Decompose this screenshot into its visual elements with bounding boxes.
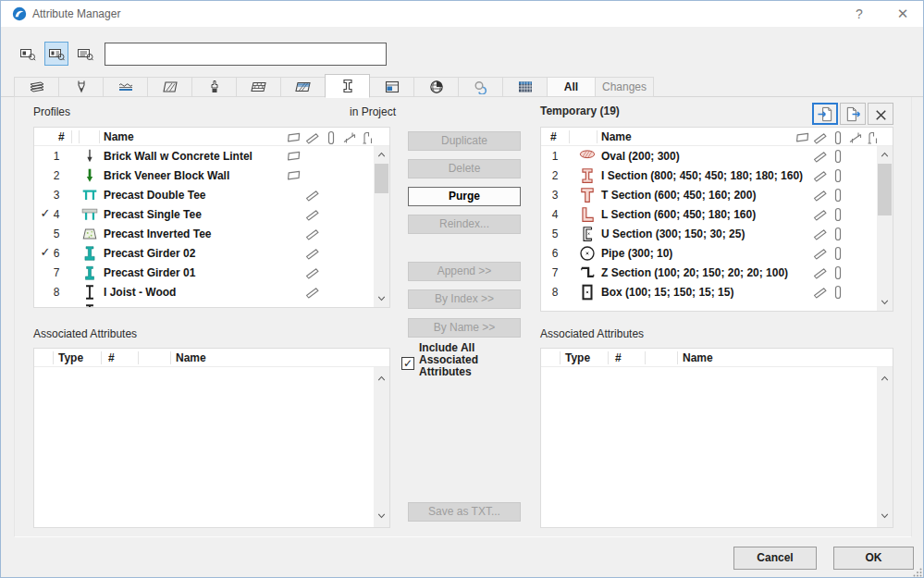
tab-line-types[interactable] — [103, 77, 148, 97]
profile-row[interactable]: 1Brick Wall w Concrete Lintel — [34, 146, 374, 166]
tab-mep-systems[interactable] — [502, 77, 548, 97]
scroll-down-icon[interactable] — [376, 292, 388, 304]
help-button[interactable]: ? — [844, 1, 875, 27]
tab-composites[interactable] — [236, 77, 281, 97]
tab-fills[interactable] — [147, 77, 192, 97]
tab-surfaces[interactable] — [191, 77, 237, 97]
scroll-thumb[interactable] — [375, 164, 388, 193]
filter-by-index-and-name-button[interactable] — [44, 42, 68, 66]
column-icon — [831, 154, 845, 166]
temporary-row[interactable]: 5U Section (300; 150; 30; 25) — [541, 224, 877, 243]
profile-row[interactable]: ✓4Precast Single Tee — [34, 204, 374, 224]
scroll-down-icon[interactable] — [376, 510, 388, 522]
profiles-list-header: # Name — [34, 128, 389, 146]
beam-icon — [813, 192, 828, 205]
cancel-button[interactable]: Cancel — [733, 547, 817, 570]
filter-by-index-button[interactable] — [16, 42, 40, 66]
close-button[interactable]: ✕ — [887, 1, 918, 27]
scroll-up-icon[interactable] — [879, 373, 891, 385]
line-types-icon — [117, 80, 135, 94]
fills-icon — [161, 80, 179, 94]
row-number: 8 — [45, 286, 68, 299]
beam-usage — [305, 227, 320, 240]
tab-cities[interactable] — [413, 77, 459, 97]
row-profile-preview — [81, 148, 98, 164]
delete-button[interactable]: Delete — [408, 159, 521, 178]
left-assoc-title: Associated Attributes — [33, 327, 137, 340]
temporary-row[interactable]: 8Box (100; 15; 150; 15; 15) — [541, 282, 877, 301]
row-profile-preview — [579, 264, 596, 280]
tab-all[interactable]: All — [547, 77, 596, 97]
find-index-icon — [19, 46, 37, 62]
row-profile-preview — [579, 226, 596, 241]
tab-changes[interactable]: Changes — [595, 77, 654, 97]
row-profile-preview — [579, 148, 596, 164]
column-usage — [324, 130, 339, 144]
wall-icon — [287, 173, 302, 186]
temporary-row[interactable]: 3T Section (600; 450; 160; 200) — [541, 185, 877, 204]
reindex-button[interactable]: Reindex... — [408, 215, 521, 234]
profile-row[interactable]: 2Brick Veneer Block Wall — [34, 166, 374, 185]
beam-usage — [813, 227, 828, 240]
tab-zones[interactable] — [369, 77, 414, 97]
box-icon — [579, 290, 596, 303]
open-attribute-file-button[interactable] — [812, 103, 838, 125]
include-all-checkbox[interactable]: ✓ — [401, 357, 414, 370]
ok-button[interactable]: OK — [833, 547, 914, 570]
right-assoc-table: Type # Name — [540, 348, 893, 528]
purge-button[interactable]: Purge — [408, 187, 521, 206]
tab-profiles[interactable] — [325, 74, 370, 98]
tab-building-materials[interactable] — [280, 77, 326, 97]
profile-row[interactable]: 5Precast Inverted Tee — [34, 224, 374, 243]
scroll-up-icon[interactable] — [376, 149, 388, 161]
row-profile-preview — [81, 206, 98, 222]
temporary-row[interactable]: 4L Section (600; 450; 180; 160) — [541, 204, 877, 224]
temporary-row[interactable]: 7Z Section (100; 20; 150; 20; 20; 100) — [541, 263, 877, 282]
scroll-up-icon[interactable] — [376, 373, 388, 385]
temporary-scrollbar[interactable] — [877, 146, 893, 311]
app-logo-icon — [12, 6, 27, 21]
beam-icon — [813, 231, 828, 244]
profile-row[interactable]: ✓6Precast Girder 02 — [34, 243, 374, 263]
find-name-icon — [77, 46, 94, 62]
row-profile-preview — [81, 264, 98, 280]
row-number: 5 — [544, 228, 566, 240]
scroll-down-icon[interactable] — [879, 510, 891, 522]
row-profile-preview — [579, 245, 596, 261]
scroll-down-icon[interactable] — [879, 296, 891, 308]
row-name: Precast Girder 02 — [104, 247, 195, 260]
beam-icon — [813, 270, 828, 283]
profile-row[interactable]: 7Precast Girder 01 — [34, 263, 374, 282]
right-assoc-scrollbar[interactable] — [877, 367, 893, 527]
scroll-thumb[interactable] — [878, 164, 892, 215]
oval-icon — [579, 151, 596, 164]
filter-by-name-button[interactable] — [73, 42, 97, 66]
by-name-button[interactable]: By Name >> — [408, 318, 521, 338]
column-icon — [831, 173, 845, 186]
row-name: T Section (600; 450; 160; 200) — [601, 189, 756, 202]
profile-row[interactable]: 8I Joist - Wood — [34, 282, 374, 301]
tab-operation-profiles[interactable] — [458, 77, 503, 97]
clear-temporary-button[interactable] — [868, 103, 893, 125]
layers-icon — [28, 80, 46, 94]
duplicate-button[interactable]: Duplicate — [408, 131, 521, 151]
left-assoc-scrollbar[interactable] — [374, 367, 389, 527]
by-index-button[interactable]: By Index >> — [408, 289, 521, 309]
building-materials-icon — [294, 80, 313, 94]
left-panel-title: Profiles — [33, 105, 70, 118]
resize-grip[interactable] — [913, 567, 922, 576]
save-attribute-file-button[interactable] — [840, 103, 866, 125]
profiles-scrollbar[interactable] — [374, 146, 389, 307]
row-name: Box (100; 15; 150; 15; 15) — [601, 286, 733, 299]
tab-pens[interactable] — [58, 77, 104, 97]
tab-layers[interactable] — [14, 77, 59, 97]
temporary-row[interactable]: 6Pipe (300; 10) — [541, 243, 877, 263]
profile-row-partial[interactable] — [34, 301, 374, 307]
append-button[interactable]: Append >> — [408, 262, 521, 281]
scroll-up-icon[interactable] — [879, 149, 891, 161]
temporary-row[interactable]: 2I Section (800; 450; 450; 180; 180; 160… — [541, 166, 877, 185]
temporary-row[interactable]: 1Oval (200; 300) — [541, 146, 877, 166]
profile-row[interactable]: 3Precast Double Tee — [34, 185, 374, 204]
save-as-txt-button[interactable]: Save as TXT... — [408, 502, 521, 522]
search-input[interactable] — [105, 43, 387, 66]
